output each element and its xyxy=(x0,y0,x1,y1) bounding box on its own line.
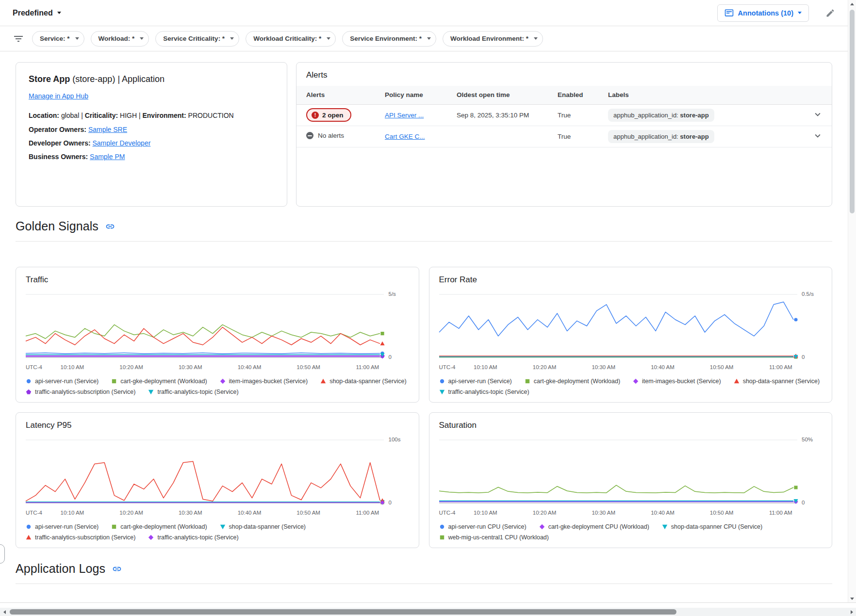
chart-plot[interactable]: 100s0 xyxy=(26,436,384,507)
owner-link[interactable]: Sampler Developer xyxy=(93,139,151,147)
golden-signals-title: Golden Signals xyxy=(16,219,99,233)
expand-row-button[interactable] xyxy=(812,109,823,120)
oldest-open-time-cell: Sep 8, 2025, 3:35:10 PM xyxy=(451,104,552,126)
predefined-dropdown[interactable]: Predefined xyxy=(13,9,61,17)
legend-label: shop-data-spanner (Service) xyxy=(229,523,306,530)
legend-item: cart-gke-deployment CPU (Workload) xyxy=(539,523,649,530)
legend-item: api-server-run (Service) xyxy=(26,378,99,385)
y-axis-zero-label: 0 xyxy=(389,354,392,360)
legend-label: shop-data-spanner (Service) xyxy=(329,378,406,385)
triangle-down-marker-icon xyxy=(439,389,445,395)
filter-chip-5[interactable]: Service Environment: * xyxy=(342,31,436,47)
alerts-card: Alerts AlertsPolicy nameOldest open time… xyxy=(296,62,832,207)
table-row: !2 openAPI Server ...Sep 8, 2025, 3:35:1… xyxy=(296,104,832,126)
x-tick-label: 10:40 AM xyxy=(651,364,675,370)
chevron-down-icon xyxy=(798,12,802,14)
legend-item: shop-data-spanner (Service) xyxy=(220,523,306,530)
horizontal-scrollbar[interactable] xyxy=(0,608,856,616)
alerts-column-spacer xyxy=(807,86,832,104)
horizontal-scrollbar-thumb[interactable] xyxy=(10,609,676,615)
x-tick-label: 10:40 AM xyxy=(238,364,262,370)
x-tick-label: 10:10 AM xyxy=(474,364,497,370)
alerts-table-body: !2 openAPI Server ...Sep 8, 2025, 3:35:1… xyxy=(296,104,832,147)
filter-chip-3[interactable]: Service Criticality: * xyxy=(155,31,239,47)
labels-cell: apphub_application_id: store-app xyxy=(602,104,807,126)
chart-title: Latency P95 xyxy=(26,421,409,430)
scroll-left-arrow[interactable] xyxy=(0,608,9,616)
scroll-down-arrow[interactable] xyxy=(848,595,856,602)
application-info-card: Store App (store-app) | Application Mana… xyxy=(16,62,287,207)
owner-link[interactable]: Sample SRE xyxy=(88,126,127,133)
link-icon[interactable] xyxy=(112,564,122,574)
chevron-down-icon xyxy=(812,109,823,120)
policy-name-link[interactable]: Cart GKE C... xyxy=(385,133,425,140)
chevron-down-icon xyxy=(75,37,79,40)
annotations-button[interactable]: Annotations (10) xyxy=(717,4,809,22)
chevron-down-icon xyxy=(57,12,61,14)
legend-label: web-mig-us-central1 CPU (Workload) xyxy=(448,534,549,541)
overview-row: Store App (store-app) | Application Mana… xyxy=(16,62,832,207)
scroll-up-arrow[interactable] xyxy=(848,0,856,8)
manage-in-app-hub-link[interactable]: Manage in App Hub xyxy=(29,92,88,100)
legend-label: api-server-run (Service) xyxy=(35,523,99,530)
x-tick-label: UTC-4 xyxy=(26,364,42,370)
x-tick-label: 10:40 AM xyxy=(651,510,675,516)
chart-plot[interactable]: 50%0 xyxy=(439,436,797,507)
x-tick-label: 10:10 AM xyxy=(474,510,497,516)
diamond-marker-icon xyxy=(220,378,226,384)
legend-item: traffic-analytics-topic (Service) xyxy=(148,389,238,395)
filter-list-icon xyxy=(13,33,24,45)
legend-label: cart-gke-deployment (Workload) xyxy=(120,378,207,385)
legend-label: traffic-analytics-subscription (Service) xyxy=(35,389,135,395)
legend-label: api-server-run (Service) xyxy=(35,378,99,385)
y-axis-max-label: 50% xyxy=(802,437,813,442)
no-alerts-icon xyxy=(306,132,313,139)
x-tick-label: 10:10 AM xyxy=(61,510,84,516)
chart-plot[interactable]: 5/s0 xyxy=(26,291,384,361)
x-tick-label: 11:00 AM xyxy=(769,510,792,516)
chart-card-latency-p95: Latency P95100s0UTC-410:10 AM10:20 AM10:… xyxy=(16,412,419,548)
filter-bar: Service: *Workload: *Service Criticality… xyxy=(0,26,848,51)
alert-status-label: No alerts xyxy=(318,132,344,139)
chart-plot[interactable]: 0.5/s0 xyxy=(439,291,797,361)
alerts-column-header: Enabled xyxy=(552,86,602,104)
edit-button[interactable] xyxy=(823,5,838,21)
policy-name-link[interactable]: API Server ... xyxy=(385,112,424,119)
legend-item: cart-gke-deployment (Workload) xyxy=(525,378,620,385)
alert-status-label: 2 open xyxy=(322,112,344,119)
legend-item: api-server-run (Service) xyxy=(439,378,512,385)
owners-list: Operator Owners: Sample SREDeveloper Own… xyxy=(29,125,274,162)
x-axis-labels: UTC-410:10 AM10:20 AM10:30 AM10:40 AM10:… xyxy=(439,508,797,518)
filter-chip-4[interactable]: Workload Criticality: * xyxy=(246,31,336,47)
alerts-column-header: Alerts xyxy=(296,86,379,104)
page-edge-handle[interactable] xyxy=(0,544,5,564)
alert-status-cell: !2 open xyxy=(296,104,379,126)
vertical-scrollbar-thumb[interactable] xyxy=(850,10,855,213)
table-row: No alertsCart GKE C...Trueapphub_applica… xyxy=(296,126,832,147)
link-icon[interactable] xyxy=(105,222,115,231)
owner-line: Business Owners: Sample PM xyxy=(29,152,274,162)
legend-label: cart-gke-deployment CPU (Workload) xyxy=(548,523,649,530)
alert-status-cell: No alerts xyxy=(296,126,379,147)
alert-open-badge[interactable]: !2 open xyxy=(306,108,351,122)
x-tick-label: 10:20 AM xyxy=(119,364,143,370)
filter-chip-1[interactable]: Service: * xyxy=(32,31,84,47)
annotations-label: Annotations (10) xyxy=(738,9,793,17)
expand-row-button[interactable] xyxy=(812,130,823,141)
chevron-down-icon xyxy=(427,37,431,40)
alerts-table-header: AlertsPolicy nameOldest open timeEnabled… xyxy=(296,86,832,104)
legend-label: shop-data-spanner (Service) xyxy=(743,378,820,385)
filter-chip-2[interactable]: Workload: * xyxy=(91,31,149,47)
x-tick-label: 10:50 AM xyxy=(710,510,734,516)
legend-item: shop-data-spanner (Service) xyxy=(320,378,406,385)
vertical-scrollbar[interactable] xyxy=(848,0,856,602)
triangle-up-marker-icon xyxy=(26,535,32,540)
scroll-right-arrow[interactable] xyxy=(847,608,856,616)
owner-link[interactable]: Sample PM xyxy=(90,153,125,161)
application-title-suffix: (store-app) | Application xyxy=(70,74,165,84)
chart-card-traffic: Traffic5/s0UTC-410:10 AM10:20 AM10:30 AM… xyxy=(16,267,419,403)
y-axis-max-label: 100s xyxy=(389,437,401,442)
x-axis-labels: UTC-410:10 AM10:20 AM10:30 AM10:40 AM10:… xyxy=(439,362,797,372)
legend-item: cart-gke-deployment (Workload) xyxy=(111,378,207,385)
filter-chip-6[interactable]: Workload Environment: * xyxy=(443,31,543,47)
